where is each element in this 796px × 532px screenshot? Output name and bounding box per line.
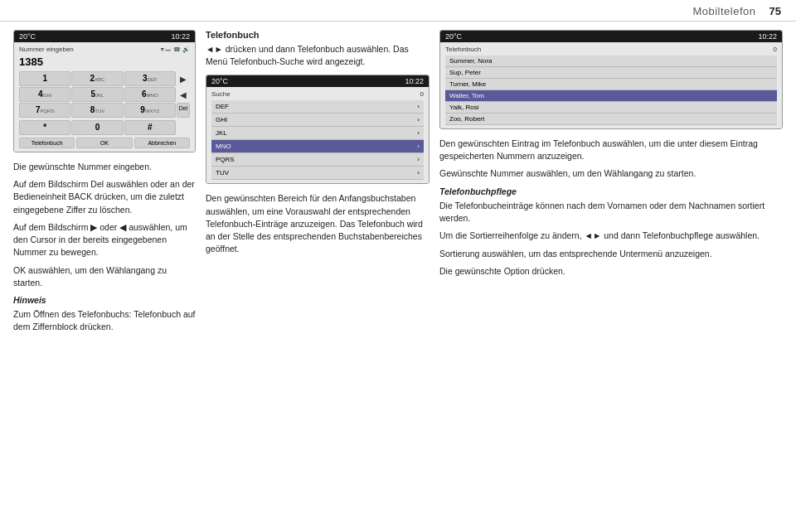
search-temp: 20°C	[211, 77, 228, 85]
mid-intro: ◄► drücken und dann Telefonbuch auswähle…	[206, 43, 430, 68]
dial-grid: 1 2ABC 3DEF ▶ 4GHI 5JKL 6MNO ◀ 7PQRS 8TU…	[19, 71, 190, 118]
search-screen: 20°C 10:22 Suche 0 DEF› GHI› JKL›	[206, 75, 430, 184]
left-hint-text: Zum Öffnen des Telefonbuchs: Telefonbuch…	[13, 308, 196, 333]
dial-screen: 20°C 10:22 Nummer eingeben ▼ᵢₘₖ ☎ 🔊 1385…	[13, 30, 196, 152]
dial-number: 1385	[19, 56, 190, 68]
right-phonebook-care-label: Telefonbuchpflege	[439, 186, 783, 198]
phonebook-temp: 20°C	[445, 32, 462, 41]
right-para-5: Sortierung auswählen, um das entsprechen…	[439, 248, 783, 260]
dial-temp: 20°C	[19, 32, 36, 41]
phonebook-item-turner[interactable]: Turner, Mike	[445, 79, 777, 90]
phonebook-label: Telefonbuch 0	[445, 46, 777, 53]
dial-key-hash[interactable]: #	[124, 120, 176, 135]
dial-hint: Nummer eingeben ▼ᵢₘₖ ☎ 🔊	[19, 46, 190, 53]
right-text-block: Den gewünschten Eintrag im Telefonbuch a…	[439, 138, 783, 278]
right-para-3: Die Telefonbucheinträge können nach dem …	[439, 200, 783, 225]
dial-time: 10:22	[171, 32, 190, 41]
search-item-pqrs[interactable]: PQRS›	[211, 153, 424, 167]
left-para-1: Die gewünschte Nummer eingeben.	[13, 161, 196, 173]
left-para-2: Auf dem Bildschirm Del auswählen oder an…	[13, 178, 196, 216]
search-item-mno[interactable]: MNO›	[211, 140, 424, 153]
phonebook-button[interactable]: Telefonbuch	[19, 138, 75, 148]
main-content: 20°C 10:22 Nummer eingeben ▼ᵢₘₖ ☎ 🔊 1385…	[0, 22, 796, 347]
left-column: 20°C 10:22 Nummer eingeben ▼ᵢₘₖ ☎ 🔊 1385…	[13, 30, 196, 339]
dial-arrow-left[interactable]: ◀	[177, 87, 190, 102]
dial-key-7[interactable]: 7PQRS	[19, 103, 70, 118]
dial-screen-topbar: 20°C 10:22	[14, 31, 195, 42]
cancel-button[interactable]: Abbrechen	[134, 138, 190, 148]
dial-grid-bottom: * 0 #	[19, 120, 190, 135]
search-item-def[interactable]: DEF›	[211, 100, 424, 114]
search-item-ghi[interactable]: GHI›	[211, 114, 424, 127]
dial-key-0[interactable]: 0	[71, 120, 123, 135]
right-column: 20°C 10:22 Telefonbuch 0 Summer, Nora Su…	[439, 30, 783, 339]
dial-key-star[interactable]: *	[19, 120, 70, 135]
phonebook-item-sup[interactable]: Sup, Peter	[445, 67, 777, 79]
mid-intro-text: ◄► drücken und dann Telefonbuch auswähle…	[206, 43, 430, 68]
left-para-3: Auf dem Bildschirm ▶ oder ◀ auswählen, u…	[13, 221, 196, 259]
left-para-4: OK auswählen, um den Wählangang zu start…	[13, 264, 196, 289]
search-time: 10:22	[405, 77, 424, 85]
dial-key-1[interactable]: 1	[19, 71, 70, 86]
dial-key-6[interactable]: 6MNO	[124, 87, 176, 102]
phonebook-screen: 20°C 10:22 Telefonbuch 0 Summer, Nora Su…	[439, 30, 783, 129]
phonebook-list: Summer, Nora Sup, Peter Turner, Mike Wal…	[445, 56, 777, 125]
mid-description: Den gewünschten Bereich für den Anfangsb…	[206, 192, 430, 255]
phonebook-item-summer[interactable]: Summer, Nora	[445, 56, 777, 67]
dial-key-4[interactable]: 4GHI	[19, 87, 70, 102]
search-item-jkl[interactable]: JKL›	[211, 127, 424, 140]
right-para-1: Den gewünschten Eintrag im Telefonbuch a…	[439, 138, 783, 162]
dial-footer: Telefonbuch OK Abbrechen	[19, 138, 190, 148]
search-list: DEF› GHI› JKL› MNO› PQRS› TUV›	[211, 100, 424, 180]
mid-desc-text: Den gewünschten Bereich für den Anfangsb…	[206, 192, 430, 255]
phonebook-item-yalk[interactable]: Yalk, Rosi	[445, 102, 777, 114]
left-hint-label: Hinweis	[13, 294, 196, 307]
mid-column: Telefonbuch ◄► drücken und dann Telefonb…	[206, 30, 430, 339]
ok-button[interactable]: OK	[76, 138, 132, 148]
right-para-4: Um die Sortierreihenfolge zu ändern, ◄► …	[439, 230, 783, 242]
phonebook-screen-body: Telefonbuch 0 Summer, Nora Sup, Peter Tu…	[440, 42, 782, 128]
right-para-6: Die gewünschte Option drücken.	[439, 265, 783, 278]
left-text-block: Die gewünschte Nummer eingeben. Auf dem …	[13, 161, 196, 334]
phonebook-time: 10:22	[758, 32, 777, 41]
search-item-tuv[interactable]: TUV›	[211, 167, 424, 180]
dial-key-5[interactable]: 5JKL	[71, 87, 123, 102]
dial-key-8[interactable]: 8TUV	[71, 103, 123, 118]
dial-key-9[interactable]: 9WXYZ	[124, 103, 176, 118]
phonebook-item-walter[interactable]: Walter, Tom	[445, 90, 777, 102]
dial-key-3[interactable]: 3DEF	[124, 71, 176, 86]
phonebook-screen-topbar: 20°C 10:22	[440, 31, 782, 42]
search-label: Suche 0	[211, 90, 424, 98]
dial-screen-body: Nummer eingeben ▼ᵢₘₖ ☎ 🔊 1385 1 2ABC 3DE…	[14, 42, 195, 152]
phonebook-item-zoo[interactable]: Zoo, Robert	[445, 114, 777, 125]
search-screen-body: Suche 0 DEF› GHI› JKL› MNO›	[206, 87, 429, 183]
page-title: Mobiltelefon	[692, 5, 755, 17]
dial-arrow-right[interactable]: ▶	[177, 71, 190, 86]
page-number: 75	[769, 5, 781, 17]
right-para-2: Gewünschte Nummer auswählen, um den Wähl…	[439, 167, 783, 180]
page-header: Mobiltelefon 75	[0, 0, 796, 22]
dial-key-del[interactable]: Del	[177, 103, 190, 118]
search-screen-topbar: 20°C 10:22	[206, 75, 429, 87]
mid-section-heading: Telefonbuch	[206, 30, 430, 40]
dial-key-2[interactable]: 2ABC	[71, 71, 123, 86]
